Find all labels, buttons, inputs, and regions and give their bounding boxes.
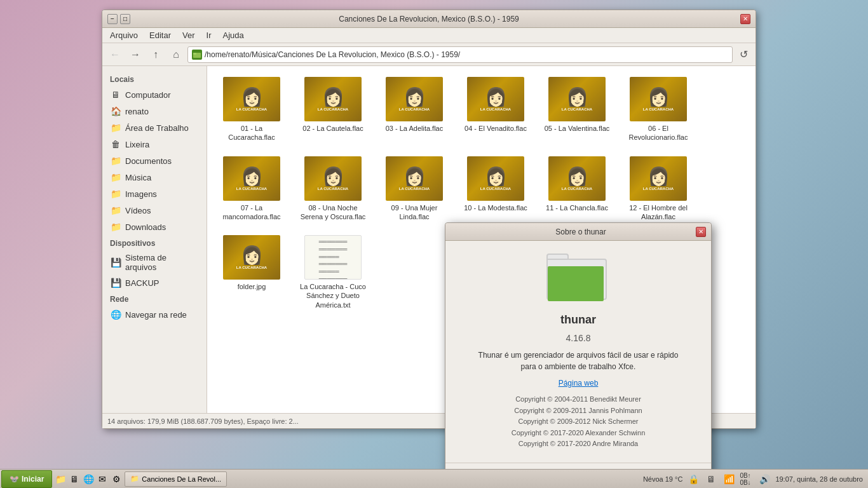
screen-icon[interactable]: 🖥 (704, 472, 718, 486)
sidebar-item-backup[interactable]: 💾 BACKUP (102, 274, 207, 291)
file-item-01[interactable]: 👩 LA CUCARACHA 01 - La Cucaracha.flac (214, 72, 290, 147)
file-item-05[interactable]: 👩 LA CUCARACHA 05 - La Valentina.flac (539, 72, 615, 147)
menu-ir[interactable]: Ir (201, 29, 217, 41)
file-name-06: 06 - El Revolucionario.flac (625, 124, 692, 142)
taskbar-right: Névoa 19 °C 🔒 🖥 📶 0B↑ 0B↓ 🔊 19:07, quint… (638, 472, 868, 486)
sidebar-computador-label: Computador (125, 90, 171, 100)
file-item-11[interactable]: 👩 LA CUCARACHA 11 - La Chancla.flac (539, 152, 615, 226)
sidebar-item-computador[interactable]: 🖥 Computador (102, 86, 207, 103)
taskbar-files-btn[interactable]: 📁 (53, 472, 67, 486)
sidebar-renato-label: renato (125, 107, 149, 116)
start-button[interactable]: 🐭 Iniciar (1, 470, 52, 488)
music-icon: 📁 (110, 172, 121, 183)
file-item-04[interactable]: 👩 LA CUCARACHA 04 - El Venadito.flac (458, 72, 534, 147)
menu-editar[interactable]: Editar (144, 29, 176, 41)
forward-button[interactable]: → (126, 46, 144, 64)
menu-ver[interactable]: Ver (177, 29, 200, 41)
file-thumbnail-08: 👩 LA CUCARACHA (304, 156, 362, 201)
app-thunar-label: Canciones De La Revol... (142, 475, 221, 483)
computer-icon: 🖥 (110, 89, 121, 100)
network-icon: 🌐 (110, 309, 121, 320)
close-button[interactable]: ✕ (740, 14, 750, 24)
file-thumbnail-07: 👩 LA CUCARACHA (223, 156, 280, 201)
file-thumbnail-04: 👩 LA CUCARACHA (467, 77, 524, 121)
sidebar-rede-label: Navegar na rede (125, 310, 187, 320)
network-transfer-text: 0B↑ 0B↓ (740, 472, 754, 486)
menu-arquivo[interactable]: Arquivo (105, 29, 143, 41)
sidebar-item-documentos[interactable]: 📁 Documentos (102, 152, 207, 169)
sidebar: Locais 🖥 Computador 🏠 renato 📁 Área de T… (102, 66, 207, 413)
sidebar-item-lixeira[interactable]: 🗑 Lixeira (102, 136, 207, 152)
taskbar-settings-btn[interactable]: ⚙ (109, 472, 123, 486)
back-button[interactable]: ← (106, 46, 124, 64)
file-item-folder-jpg[interactable]: 👩 LA CUCARACHA folder.jpg (214, 231, 290, 314)
minimize-button[interactable]: − (107, 14, 118, 24)
taskbar-mail-btn[interactable]: ✉ (95, 472, 109, 486)
toolbar: ← → ↑ ⌂ /home/renato/Música/Canciones De… (102, 43, 756, 66)
file-item-12[interactable]: 👩 LA CUCARACHA 12 - El Hombre del Alazán… (620, 152, 696, 226)
docs-icon: 📁 (110, 155, 121, 166)
sidebar-downloads-label: Downloads (125, 222, 166, 232)
home-button[interactable]: ⌂ (167, 46, 185, 64)
folder-front (548, 266, 604, 301)
file-item-03[interactable]: 👩 LA CUCARACHA 03 - La Adelita.flac (376, 72, 452, 147)
network-icon[interactable]: 📶 (722, 472, 736, 486)
sidebar-docs-label: Documentos (125, 156, 172, 166)
address-text: /home/renato/Música/Canciones De La Revo… (205, 50, 728, 59)
about-app-name: thunar (560, 313, 596, 327)
file-item-09[interactable]: 👩 LA CUCARACHA 09 - Una Mujer Linda.flac (376, 152, 452, 226)
file-thumbnail-02: 👩 LA CUCARACHA (304, 77, 362, 121)
trash-sidebar-icon: 🗑 (110, 139, 121, 150)
sidebar-item-downloads[interactable]: 📁 Downloads (102, 219, 207, 235)
about-close-button[interactable]: ✕ (696, 227, 706, 237)
volume-icon[interactable]: 🔊 (757, 472, 771, 486)
menu-ajuda[interactable]: Ajuda (218, 29, 249, 41)
refresh-button[interactable]: ↺ (735, 46, 752, 63)
file-name-11: 11 - La Chancla.flac (546, 203, 608, 212)
videos-icon: 📁 (110, 205, 121, 216)
home-sidebar-icon: 🏠 (110, 105, 121, 117)
file-name-01: 01 - La Cucaracha.flac (218, 124, 285, 142)
file-item-10[interactable]: 👩 LA CUCARACHA 10 - La Modesta.flac (458, 152, 534, 226)
file-item-txt[interactable]: ═══════ ═══════ ═════ ═══════ ═════ ════… (295, 231, 371, 314)
up-button[interactable]: ↑ (147, 46, 165, 64)
taskbar-browser-btn[interactable]: 🌐 (81, 472, 95, 486)
about-description: Thunar é um gerenciador de arquivos fáci… (470, 349, 686, 372)
svg-rect-1 (193, 53, 196, 55)
address-folder-icon (192, 50, 202, 60)
sidebar-item-musica[interactable]: 📁 Música (102, 169, 207, 186)
file-item-06[interactable]: 👩 LA CUCARACHA 06 - El Revolucionario.fl… (620, 72, 696, 147)
taskbar-app-thunar[interactable]: 📁 Canciones De La Revol... (125, 471, 227, 487)
file-name-07: 07 - La mancornadora.flac (218, 203, 285, 222)
maximize-button[interactable]: □ (120, 14, 130, 24)
sidebar-backup-label: BACKUP (125, 278, 159, 288)
sidebar-locais-label: Locais (102, 71, 207, 86)
file-name-09: 09 - Una Mujer Linda.flac (381, 203, 448, 222)
taskbar-terminal-btn[interactable]: 🖥 (67, 472, 81, 486)
network-transfer-icon[interactable]: 0B↑ 0B↓ (740, 472, 754, 486)
file-item-07[interactable]: 👩 LA CUCARACHA 07 - La mancornadora.flac (214, 152, 290, 226)
file-item-02[interactable]: 👩 LA CUCARACHA 02 - La Cautela.flac (295, 72, 371, 147)
desktop: − □ Canciones De La Revolucion, Mexico (… (0, 0, 868, 488)
file-thumbnail-05: 👩 LA CUCARACHA (548, 77, 606, 121)
file-name-txt: La Cucaracha - Cuco Sánchez y Dueto Amér… (299, 282, 367, 309)
sidebar-musica-label: Música (125, 173, 151, 182)
downloads-icon: 📁 (110, 221, 121, 233)
hdd-icon: 💾 (110, 257, 121, 268)
network-status-icon[interactable]: 🔒 (686, 472, 700, 486)
file-name-10: 10 - La Modesta.flac (464, 203, 527, 212)
sidebar-item-videos[interactable]: 📁 Vídeos (102, 202, 207, 219)
file-thumbnail-10: 👩 LA CUCARACHA (467, 156, 524, 201)
file-item-08[interactable]: 👩 LA CUCARACHA 08 - Una Noche Serena y O… (295, 152, 371, 226)
sidebar-item-desktop[interactable]: 📁 Área de Trabalho (102, 119, 207, 136)
window-titlebar: − □ Canciones De La Revolucion, Mexico (… (102, 10, 756, 28)
about-web-link[interactable]: Página web (559, 379, 599, 388)
sidebar-item-renato[interactable]: 🏠 renato (102, 103, 207, 119)
sidebar-lixeira-label: Lixeira (125, 140, 149, 149)
sidebar-item-rede[interactable]: 🌐 Navegar na rede (102, 306, 207, 323)
sidebar-item-sistema[interactable]: 💾 Sistema de arquivos (102, 250, 207, 274)
sidebar-item-imagens[interactable]: 📁 Imagens (102, 186, 207, 202)
copyright-2: Copyright © 2009-2011 Jannis Pohlmann (512, 405, 646, 417)
sidebar-rede-label: Rede (102, 291, 207, 306)
file-thumbnail-folder-jpg: 👩 LA CUCARACHA (223, 235, 280, 280)
